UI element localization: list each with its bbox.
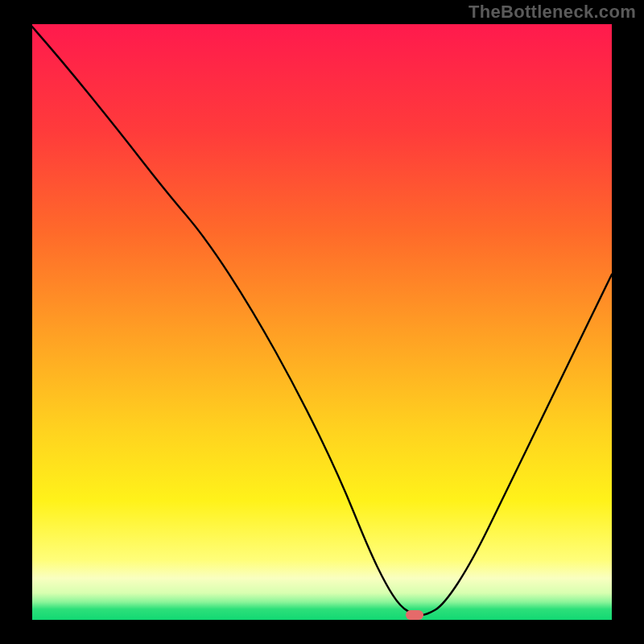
optimal-point-marker bbox=[406, 610, 423, 620]
chart-frame: TheBottleneck.com bbox=[0, 0, 644, 644]
bottleneck-curve-line bbox=[32, 24, 612, 615]
watermark-text: TheBottleneck.com bbox=[469, 2, 636, 23]
curve-svg bbox=[32, 24, 612, 620]
plot-area bbox=[32, 24, 612, 620]
